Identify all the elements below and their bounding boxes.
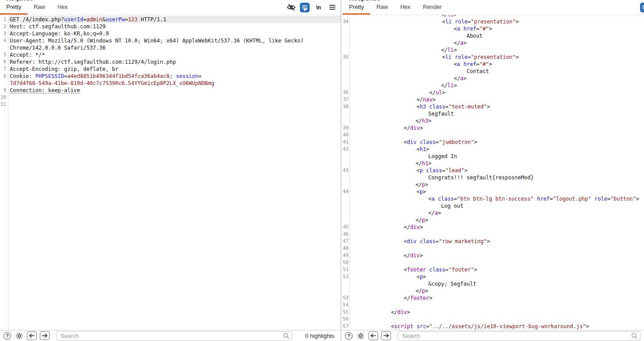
code-line: 45</div> <box>341 224 644 231</box>
code-line: Logged In <box>341 153 644 160</box>
code-line: 51<footer class="footer"> <box>341 266 644 273</box>
request-search-input[interactable] <box>56 331 292 341</box>
code-line: 8Cookie: PHPSESSID=a4ed8851b496344f1bd54… <box>0 73 341 80</box>
response-panel-title: Response <box>349 0 381 2</box>
line-number: 5 <box>0 51 8 58</box>
code-line: <a href="#"> <box>341 61 644 68</box>
code-line: 40 <box>341 132 644 139</box>
line-number <box>341 181 349 188</box>
line-number <box>341 75 349 82</box>
response-tab-pretty[interactable]: Pretty <box>343 0 370 15</box>
code-line: Log out <box>341 202 644 209</box>
code-line: </p> <box>341 181 644 188</box>
search-magnifier-icon <box>283 332 290 339</box>
response-tab-hex[interactable]: Hex <box>394 0 417 15</box>
response-editor[interactable]: </li>34<li role="presentation"><a href="… <box>341 15 644 330</box>
line-number: 2 <box>0 23 8 30</box>
code-line: </h3> <box>341 117 644 124</box>
line-number: 6 <box>0 58 8 66</box>
code-line: Chrome/142.0.0.0 Safari/537.36 <box>0 44 341 51</box>
request-tab-hex[interactable]: Hex <box>51 0 74 15</box>
help-icon[interactable]: ? <box>345 332 353 340</box>
line-number <box>341 46 349 54</box>
line-number: 11 <box>0 101 8 108</box>
gutter-divider <box>349 15 350 330</box>
help-icon[interactable]: ? <box>4 332 11 340</box>
response-tab-render[interactable]: Render <box>417 0 448 15</box>
code-line: Segfault <box>341 110 644 117</box>
line-number <box>341 287 349 294</box>
code-line: Congrats!!! segfault{resposneMod} <box>341 174 644 181</box>
code-line: 43<p class="lead"> <box>341 167 644 174</box>
line-number <box>341 117 349 124</box>
code-line: 53</footer> <box>341 294 644 302</box>
code-line: 52<p> <box>341 273 644 280</box>
line-number: 3 <box>0 30 8 37</box>
request-editor[interactable]: 1GET /4/index.php?userId=admin&userPw=12… <box>0 15 341 330</box>
code-line: 6Referer: http://ctf.segfaulthub.com:112… <box>0 58 341 66</box>
request-tab-pretty[interactable]: Pretty <box>0 0 27 15</box>
code-line: 3Accept-Language: ko-KR,ko;q=0.9 <box>0 30 341 37</box>
code-line: </a> <box>341 75 644 82</box>
search-next-button[interactable] <box>381 331 391 340</box>
line-number <box>0 80 8 87</box>
settings-gear-icon[interactable] <box>14 331 24 341</box>
request-editor-toolbar: \n <box>286 0 341 15</box>
gutter-divider <box>8 15 8 330</box>
code-line: 36</ul> <box>341 89 644 96</box>
code-line: 2Host: ctf.segfaulthub.com:1129 <box>0 23 341 30</box>
code-line: 11 <box>0 101 341 108</box>
search-next-button[interactable] <box>40 331 50 340</box>
line-number <box>341 217 349 224</box>
search-prev-button[interactable] <box>27 331 37 340</box>
response-panel: Response Pretty Raw Hex Render </li>34<l… <box>341 0 644 341</box>
code-line: 55</div> <box>341 309 644 316</box>
menu-icon[interactable] <box>327 3 337 12</box>
line-number <box>341 32 349 39</box>
burp-message-editor: Request Pretty Raw Hex <box>0 0 644 341</box>
request-tab-raw[interactable]: Raw <box>27 0 51 15</box>
code-line: 46 <box>341 231 644 238</box>
code-line: 57<script src="../../assets/js/ie10-view… <box>341 323 644 330</box>
code-line: 47<div class="row marketing"> <box>341 238 644 245</box>
line-number: 7 <box>0 66 8 73</box>
request-panel-title: Request <box>6 0 32 2</box>
eye-off-icon[interactable] <box>286 3 296 12</box>
search-prev-button[interactable] <box>368 331 378 340</box>
code-line: <a class="btn btn-lg btn-success" href="… <box>341 195 644 202</box>
line-number: 8 <box>0 73 8 80</box>
code-line: 42<h1> <box>341 146 644 153</box>
code-line: 1GET /4/index.php?userId=admin&userPw=12… <box>0 16 341 23</box>
response-tab-raw[interactable]: Raw <box>370 0 394 15</box>
code-line: 38<h3 class="text-muted"> <box>341 103 644 110</box>
settings-gear-icon[interactable] <box>356 331 365 341</box>
line-number: 9 <box>0 87 8 94</box>
response-search-field <box>398 331 640 341</box>
line-number <box>0 44 8 51</box>
line-number <box>341 68 349 75</box>
code-line: Contact <box>341 68 644 75</box>
code-line: About <box>341 32 644 39</box>
code-line: 56 <box>341 316 644 323</box>
line-number <box>341 160 349 167</box>
code-line: </a> <box>341 39 644 46</box>
highlights-count: 0 highlights <box>305 333 334 339</box>
code-line: </a> <box>341 209 644 217</box>
response-tabbar: Pretty Raw Hex Render <box>341 0 644 15</box>
response-search-input[interactable] <box>398 331 640 341</box>
code-line: 7Accept-Encoding: gzip, deflate, br <box>0 66 341 73</box>
code-line: 37</nav> <box>341 96 644 103</box>
code-line: 7d7d4f68-549a-41be-819d-40c7c75390c6.S4Y… <box>0 80 341 87</box>
word-wrap-icon[interactable] <box>300 3 310 12</box>
request-search-bar: ? <box>0 330 341 341</box>
code-line: 48 <box>341 245 644 252</box>
line-number: 4 <box>0 37 8 44</box>
code-line: </h1> <box>341 160 644 167</box>
line-number <box>341 82 349 89</box>
line-number <box>341 202 349 209</box>
code-line: </p> <box>341 217 644 224</box>
code-line: 41<div class="jumbotron"> <box>341 139 644 146</box>
code-line: 35<li role="presentation"> <box>341 54 644 61</box>
word-wrap-icon[interactable] <box>640 3 644 12</box>
newline-icon[interactable]: \n <box>314 3 323 12</box>
